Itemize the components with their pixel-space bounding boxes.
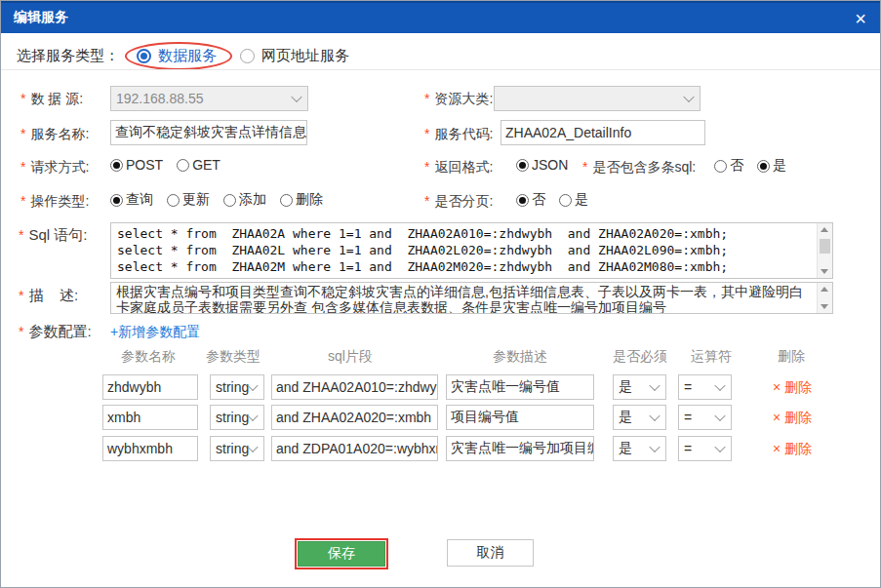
delete-param-link[interactable]: × 删除 [773,379,812,397]
operator-select[interactable]: = [678,436,732,461]
red-rect-annotation: 保存 [295,538,388,569]
cancel-button[interactable]: 取消 [447,539,534,567]
red-ellipse-annotation: 数据服务 [125,42,232,70]
operation-type-label: *操作类型: [20,193,89,211]
sql-scrollbar[interactable] [817,223,832,278]
radio-paging-no[interactable]: 否 [516,191,545,209]
radio-add[interactable]: 添加 [223,191,266,209]
operator-select[interactable]: = [678,374,732,400]
col-header-param-type: 参数类型 [206,348,260,366]
sql-textarea[interactable]: select * from ZHAA02A where 1=1 and ZHAA… [110,222,833,279]
chevron-down-icon [291,92,301,102]
radio-web-url-service[interactable] [240,49,255,63]
required-select[interactable]: 是 [613,405,666,430]
radio-multisql-yes[interactable]: 是 [757,157,786,175]
col-header-param-desc: 参数描述 [493,348,547,366]
save-button[interactable]: 保存 [298,541,385,567]
data-source-select[interactable]: 192.168.88.55 [110,86,308,111]
pagination-label: *是否分页: [424,193,493,211]
param-desc-input[interactable]: 项目编号值 [446,405,594,430]
sql-label: *Sql 语句: [19,226,87,245]
param-desc-input[interactable]: 灾害点唯一编号值 [446,374,594,400]
multi-sql-group: 否 是 [714,157,800,175]
scrollbar-thumb[interactable] [820,239,830,254]
chevron-down-icon [649,380,660,391]
scroll-up-icon[interactable] [821,287,828,292]
description-textarea[interactable]: 根据灾害点编号和项目类型查询不稳定斜坡灾害点的详细信息,包括详细信息表、子表以及… [110,282,833,314]
dialog-titlebar: 编辑服务 × [1,1,880,33]
description-label: *描 述: [19,287,78,305]
resource-category-select[interactable] [494,86,701,111]
edit-service-dialog: 编辑服务 × 选择服务类型： 数据服务 网页地址服务 *数 据 源: 192.1… [0,0,881,588]
service-type-label: 选择服务类型： [17,47,119,65]
scroll-down-icon[interactable] [821,269,828,274]
param-name-input[interactable]: wybhxmbh [102,436,198,461]
col-header-param-name: 参数名称 [121,348,176,366]
param-type-select[interactable]: string [210,405,264,430]
radio-post[interactable]: POST [110,157,163,173]
radio-multisql-no[interactable]: 否 [714,157,743,175]
pagination-group: 否 是 [516,191,602,209]
delete-param-link[interactable]: × 删除 [773,441,812,458]
sql-fragment-input[interactable]: and ZHAA02A010=:zhdwybh [271,374,438,400]
params-config-label: *参数配置: [19,323,92,341]
description-text: 根据灾害点编号和项目类型查询不稳定斜坡灾害点的详细信息,包括详细信息表、子表以及… [111,283,818,313]
request-method-label: *请求方式: [20,159,89,176]
scroll-up-icon[interactable] [821,227,828,232]
chevron-down-icon [683,92,694,102]
sql-text: select * from ZHAA02A where 1=1 and ZHAA… [111,223,818,278]
radio-data-service[interactable] [137,49,151,63]
param-desc-input[interactable]: 灾害点唯一编号加项目编号 [446,436,594,461]
divider [1,69,880,70]
col-header-delete: 删除 [778,348,805,366]
operator-select[interactable]: = [678,405,732,430]
sql-fragment-input[interactable]: and ZDPA01A020=:wybhxmbh [271,436,438,461]
radio-update[interactable]: 更新 [167,191,210,209]
scroll-down-icon[interactable] [821,304,828,309]
col-header-sql-fragment: sql片段 [328,348,373,366]
chevron-down-icon [649,442,660,452]
close-icon[interactable]: × [855,7,866,30]
radio-json[interactable]: JSON [516,157,568,173]
radio-data-service-label[interactable]: 数据服务 [158,47,217,65]
param-type-select[interactable]: string [210,374,264,400]
required-select[interactable]: 是 [613,436,666,461]
chevron-down-icon [714,380,725,391]
service-code-label: *服务代码: [424,126,493,143]
delete-param-link[interactable]: × 删除 [773,410,812,427]
chevron-down-icon [714,411,725,421]
return-format-group: JSON [516,157,581,173]
request-method-group: POST GET [110,157,234,173]
service-name-input[interactable]: 查询不稳定斜坡灾害点详情信息 [110,120,307,145]
col-header-operator: 运算符 [691,348,732,366]
multi-sql-label: *是否包含多条sql: [582,159,696,176]
sql-fragment-input[interactable]: and ZHAA02A020=:xmbh [271,405,438,430]
chevron-down-icon [649,411,660,421]
param-name-input[interactable]: zhdwybh [102,374,198,400]
radio-get[interactable]: GET [177,157,220,173]
param-name-input[interactable]: xmbh [102,405,198,430]
resource-category-label: *资源大类: [424,91,493,108]
chevron-down-icon [714,442,725,452]
radio-delete[interactable]: 删除 [280,191,323,209]
param-type-select[interactable]: string [210,436,264,461]
radio-query[interactable]: 查询 [110,191,153,209]
required-select[interactable]: 是 [613,374,666,400]
return-format-label: *返回格式: [424,159,493,176]
service-name-label: *服务名称: [20,126,89,143]
service-type-row: 选择服务类型： 数据服务 网页地址服务 [17,42,349,69]
radio-web-url-service-label[interactable]: 网页地址服务 [261,47,349,65]
add-param-link[interactable]: +新增参数配置 [110,324,200,341]
radio-paging-yes[interactable]: 是 [559,191,588,209]
service-code-input[interactable]: ZHAA02A_DetailInfo [501,120,705,145]
dialog-title: 编辑服务 [14,9,68,26]
data-source-label: *数 据 源: [20,91,83,108]
description-scrollbar[interactable] [817,283,832,313]
operation-type-group: 查询 更新 添加 删除 [110,191,337,209]
col-header-required: 是否必须 [613,348,667,366]
